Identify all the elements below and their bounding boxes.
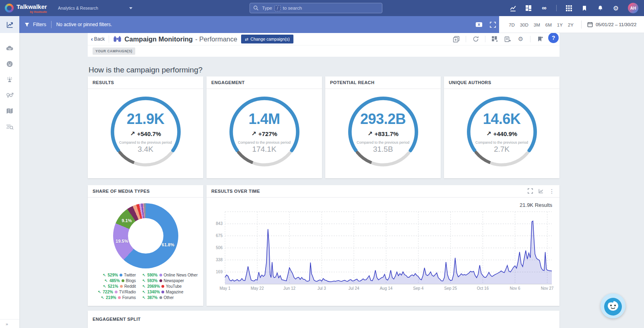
range-button-2y[interactable]: 2Y	[568, 23, 574, 27]
search-placeholder-prefix: Type	[262, 6, 272, 10]
bookmark-add-icon[interactable]	[537, 36, 543, 43]
legend-item[interactable]: ↖593%Newspaper	[142, 278, 198, 283]
bookmark-icon[interactable]	[581, 4, 588, 12]
legend-change: 590%	[147, 273, 158, 277]
kpi-delta: +727%	[258, 130, 277, 137]
chevron-left-icon: ‹	[91, 36, 93, 42]
date-range-picker[interactable]: 05/01/22 – 11/30/22	[587, 22, 636, 27]
sidebar-item-demographics[interactable]	[0, 87, 19, 103]
legend-label: Other	[164, 295, 174, 300]
expand-sidebar-icon[interactable]: »	[0, 319, 19, 328]
refresh-icon[interactable]	[472, 36, 479, 43]
back-button[interactable]: ‹ Back	[91, 36, 105, 42]
kpi-previous-value: 31.5B	[373, 145, 393, 154]
sidebar-item-influencers[interactable]	[0, 72, 19, 87]
page-subtitle: - Performance	[195, 35, 237, 43]
talkwalker-logo[interactable]: Talkwalker by Hootsuite	[5, 3, 52, 13]
range-button-6m[interactable]: 6M	[545, 23, 552, 27]
legend-label: Twitter	[124, 273, 136, 277]
range-button-7d[interactable]: 7D	[509, 23, 515, 27]
kpi-previous-value: 3.4K	[138, 145, 153, 154]
legend-item[interactable]: ↖387%Other	[142, 295, 198, 300]
range-button-30d[interactable]: 30D	[520, 23, 528, 27]
bell-icon[interactable]	[597, 4, 604, 12]
workspace-label: Analytics & Research	[58, 6, 98, 10]
trending-icon[interactable]	[509, 4, 516, 12]
apps-grid-icon[interactable]	[565, 4, 572, 12]
media-types-title: SHARE OF MEDIA TYPES	[93, 189, 150, 194]
chat-assistant-button[interactable]	[601, 293, 625, 318]
trend-up-left-icon: ↖	[103, 284, 106, 289]
svg-text:May 22: May 22	[251, 286, 264, 291]
range-button-3m[interactable]: 3M	[534, 23, 540, 27]
fullscreen-icon[interactable]	[490, 22, 496, 28]
legend-item[interactable]: ↖485%Blogs	[93, 278, 136, 283]
legend-item[interactable]: ↖722%TV/Radio	[93, 290, 136, 294]
kpi-gauge: 1.4M ↗+727% Compared to the previous per…	[226, 93, 303, 173]
svg-text:675: 675	[216, 233, 223, 238]
donut-chart[interactable]	[113, 203, 178, 268]
sidebar-item-performance[interactable]	[0, 16, 19, 33]
filters-label[interactable]: Filters	[33, 22, 46, 27]
influencer-icon	[6, 76, 13, 83]
brand-name: Talkwalker	[17, 3, 47, 10]
svg-text:Jul 3: Jul 3	[318, 286, 326, 291]
chart-type-icon[interactable]	[538, 188, 544, 194]
legend-item[interactable]: ↖219%Forums	[93, 295, 136, 300]
report-add-icon[interactable]	[504, 36, 511, 43]
search-input[interactable]: Type / to search	[250, 3, 382, 13]
legend-dot	[120, 274, 122, 276]
svg-text:Sep 4: Sep 4	[413, 286, 424, 291]
svg-text:338: 338	[216, 258, 223, 262]
trend-up-left-icon: ↖	[142, 273, 146, 277]
help-button[interactable]: ?	[548, 33, 559, 43]
change-campaigns-button[interactable]: ⇄ Change campaign(s)	[241, 35, 293, 43]
legend-item[interactable]: ↖590%Online News Other	[142, 273, 198, 277]
campaign-chip-row: YOUR CAMPAIGN(S)	[88, 45, 559, 57]
legend-item[interactable]: ↖1340%Magazine	[142, 290, 198, 294]
infinity-icon[interactable]: ∞	[541, 4, 548, 12]
fullscreen-icon[interactable]	[528, 188, 533, 194]
avatar[interactable]: AH	[628, 3, 638, 13]
talkwalker-logo-icon	[5, 4, 14, 12]
legend-label: Forums	[122, 295, 136, 300]
calendar-icon	[587, 22, 593, 27]
dashboard-add-icon[interactable]	[491, 36, 498, 43]
your-campaigns-chip[interactable]: YOUR CAMPAIGN(S)	[93, 47, 135, 55]
clear-filters-icon[interactable]	[475, 22, 483, 27]
word-cloud-icon	[6, 45, 14, 52]
kebab-menu-icon[interactable]: ⋮	[549, 189, 555, 193]
results-line-chart[interactable]: 169338506675843May 1May 22Jun 12Jul 3Jul…	[211, 208, 554, 297]
legend-item[interactable]: ↖2069%YouTube	[142, 284, 198, 289]
date-controls-segment: 7D30D3M6M1Y2Y 05/01/22 – 11/30/22	[499, 16, 644, 33]
legend-change: 387%	[147, 295, 158, 300]
legend-change: 521%	[108, 284, 118, 289]
page-header: ‹ Back Campaign Monitoring - Performance…	[88, 33, 559, 45]
sidebar-item-geography[interactable]	[0, 103, 19, 119]
world-map-icon	[6, 107, 13, 114]
search-placeholder-suffix: to search	[283, 6, 302, 10]
workspace-selector[interactable]: Analytics & Research	[58, 0, 132, 16]
change-campaigns-label: Change campaign(s)	[250, 37, 289, 41]
sidebar-item-sentiment[interactable]	[0, 56, 19, 72]
topbar-icon-row: ∞ ⚙ AH	[509, 0, 638, 16]
chevron-down-icon	[129, 7, 132, 9]
dashboard-icon[interactable]	[525, 4, 532, 12]
kpi-gauge: 21.9K ↗+540.7% Compared to the previous …	[107, 93, 184, 173]
kpi-card-engagement: ENGAGEMENT 1.4M ↗+727% Compared to the p…	[206, 76, 322, 178]
kpi-card-row: RESULTS 21.9K ↗+540.7% Compared to the p…	[88, 76, 559, 178]
legend-item[interactable]: ↖529%Twitter	[93, 273, 136, 277]
sidebar-item-conversation-clusters[interactable]	[0, 119, 19, 134]
kpi-value: 21.9K	[127, 111, 165, 128]
gear-icon[interactable]: ⚙	[612, 4, 619, 12]
gear-icon[interactable]: ⚙	[517, 36, 524, 43]
copy-add-icon[interactable]	[453, 36, 460, 43]
legend-label: Online News Other	[164, 273, 198, 277]
sidebar-item-media-cloud[interactable]	[0, 40, 19, 56]
header-icons-divider	[485, 36, 485, 42]
trend-up-left-icon: ↖	[142, 284, 146, 289]
trend-up-left-icon: ↖	[103, 273, 106, 277]
legend-item[interactable]: ↖521%Reddit	[93, 284, 136, 289]
performance-chart-icon	[6, 21, 14, 29]
range-button-1y[interactable]: 1Y	[557, 23, 563, 27]
